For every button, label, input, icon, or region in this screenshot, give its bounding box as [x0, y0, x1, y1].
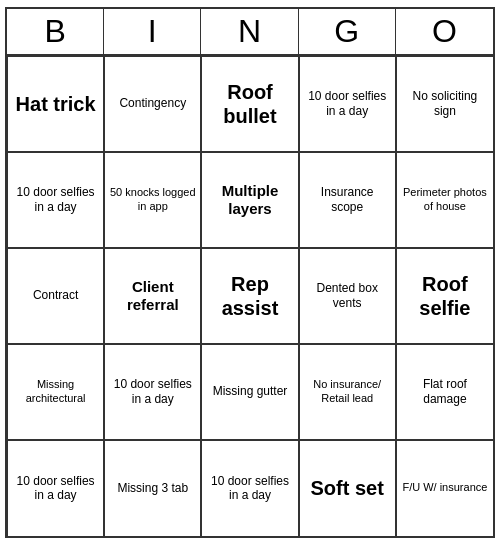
- cell-text-16: 10 door selfies in a day: [109, 377, 196, 406]
- cell-text-11: Client referral: [109, 278, 196, 314]
- cell-text-3: 10 door selfies in a day: [304, 89, 391, 118]
- cell-text-13: Dented box vents: [304, 281, 391, 310]
- cell-text-0: Hat trick: [16, 92, 96, 116]
- header-letter-b: B: [7, 9, 104, 54]
- bingo-cell-19: Flat roof damage: [396, 344, 493, 440]
- bingo-cell-4: No soliciting sign: [396, 56, 493, 152]
- bingo-cell-20: 10 door selfies in a day: [7, 440, 104, 536]
- bingo-cell-2: Roof bullet: [201, 56, 298, 152]
- bingo-cell-6: 50 knocks logged in app: [104, 152, 201, 248]
- cell-text-1: Contingency: [119, 96, 186, 110]
- cell-text-4: No soliciting sign: [401, 89, 489, 118]
- cell-text-22: 10 door selfies in a day: [206, 474, 293, 503]
- bingo-cell-7: Multiple layers: [201, 152, 298, 248]
- cell-text-8: Insurance scope: [304, 185, 391, 214]
- header-letter-n: N: [201, 9, 298, 54]
- cell-text-10: Contract: [33, 288, 78, 302]
- bingo-cell-12: Rep assist: [201, 248, 298, 344]
- cell-text-23: Soft set: [311, 476, 384, 500]
- bingo-cell-8: Insurance scope: [299, 152, 396, 248]
- bingo-cell-22: 10 door selfies in a day: [201, 440, 298, 536]
- cell-text-5: 10 door selfies in a day: [12, 185, 99, 214]
- bingo-cell-14: Roof selfie: [396, 248, 493, 344]
- cell-text-14: Roof selfie: [401, 272, 489, 320]
- bingo-cell-17: Missing gutter: [201, 344, 298, 440]
- cell-text-24: F/U W/ insurance: [402, 481, 487, 494]
- bingo-cell-23: Soft set: [299, 440, 396, 536]
- cell-text-20: 10 door selfies in a day: [12, 474, 99, 503]
- cell-text-17: Missing gutter: [213, 384, 288, 398]
- bingo-cell-15: Missing architectural: [7, 344, 104, 440]
- cell-text-6: 50 knocks logged in app: [109, 186, 196, 212]
- bingo-cell-21: Missing 3 tab: [104, 440, 201, 536]
- header-letter-i: I: [104, 9, 201, 54]
- bingo-cell-5: 10 door selfies in a day: [7, 152, 104, 248]
- cell-text-2: Roof bullet: [206, 80, 293, 128]
- bingo-cell-11: Client referral: [104, 248, 201, 344]
- bingo-cell-9: Perimeter photos of house: [396, 152, 493, 248]
- bingo-header: BINGO: [7, 9, 493, 56]
- bingo-cell-24: F/U W/ insurance: [396, 440, 493, 536]
- bingo-cell-1: Contingency: [104, 56, 201, 152]
- cell-text-19: Flat roof damage: [401, 377, 489, 406]
- bingo-cell-18: No insurance/ Retail lead: [299, 344, 396, 440]
- cell-text-15: Missing architectural: [12, 378, 99, 404]
- cell-text-18: No insurance/ Retail lead: [304, 378, 391, 404]
- bingo-cell-13: Dented box vents: [299, 248, 396, 344]
- cell-text-21: Missing 3 tab: [117, 481, 188, 495]
- bingo-card: BINGO Hat trickContingencyRoof bullet10 …: [5, 7, 495, 538]
- cell-text-12: Rep assist: [206, 272, 293, 320]
- header-letter-g: G: [299, 9, 396, 54]
- bingo-cell-0: Hat trick: [7, 56, 104, 152]
- bingo-cell-10: Contract: [7, 248, 104, 344]
- header-letter-o: O: [396, 9, 493, 54]
- cell-text-7: Multiple layers: [206, 182, 293, 218]
- bingo-grid: Hat trickContingencyRoof bullet10 door s…: [7, 56, 493, 536]
- cell-text-9: Perimeter photos of house: [401, 186, 489, 212]
- bingo-cell-16: 10 door selfies in a day: [104, 344, 201, 440]
- bingo-cell-3: 10 door selfies in a day: [299, 56, 396, 152]
